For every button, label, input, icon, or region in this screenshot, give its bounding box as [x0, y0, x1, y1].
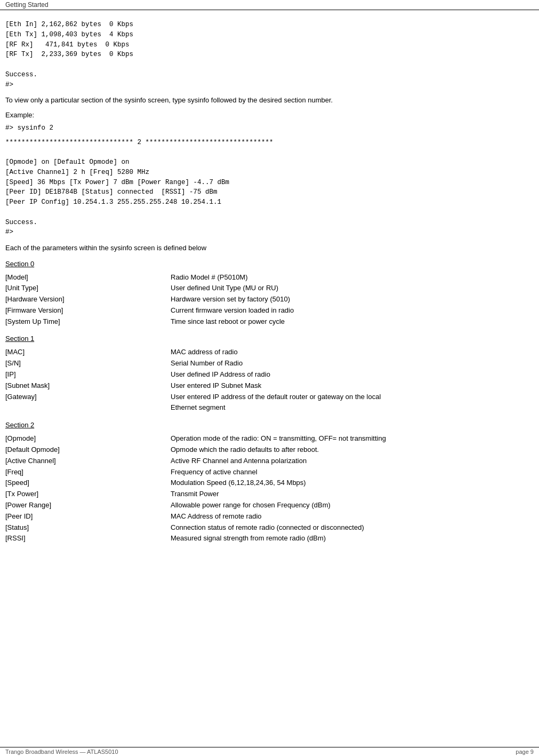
- table-row: [Unit Type]User defined Unit Type (MU or…: [5, 283, 534, 294]
- page-header: Getting Started: [0, 0, 539, 10]
- table-row: [Power Range]Allowable power range for c…: [5, 500, 534, 511]
- table-row: [System Up Time]Time since last reboot o…: [5, 316, 534, 328]
- row-value: Current firmware version loaded in radio: [171, 305, 534, 316]
- header-title: Getting Started: [5, 1, 49, 9]
- code-block-2: #> sysinfo 2: [5, 123, 534, 133]
- footer-left: Trango Broadband Wireless — ATLAS5010: [5, 749, 118, 755]
- section1-heading: Section 1: [5, 335, 534, 343]
- table-row: [Subnet Mask]User entered IP Subnet Mask: [5, 380, 534, 392]
- table-row: [Peer ID]MAC Address of remote radio: [5, 511, 534, 522]
- row-value: User entered IP Subnet Mask: [171, 380, 534, 392]
- row-value: User entered IP address of the default r…: [171, 392, 534, 414]
- table-row: [Tx Power]Transmit Power: [5, 489, 534, 500]
- row-key: [Model]: [5, 272, 171, 283]
- page-footer: Trango Broadband Wireless — ATLAS5010 pa…: [0, 747, 539, 756]
- row-value: Serial Number of Radio: [171, 358, 534, 369]
- main-content: [Eth In] 2,162,862 bytes 0 Kbps [Eth Tx]…: [0, 10, 539, 568]
- table-row: [Freq]Frequency of active channel: [5, 467, 534, 478]
- row-value: Frequency of active channel: [171, 467, 534, 478]
- row-key: [Active Channel]: [5, 456, 171, 467]
- row-value: User defined IP Address of radio: [171, 369, 534, 380]
- table-row: [Hardware Version]Hardware version set b…: [5, 294, 534, 305]
- table-row: [Speed]Modulation Speed (6,12,18,24,36, …: [5, 478, 534, 489]
- row-key: [System Up Time]: [5, 316, 171, 328]
- row-value: Radio Model # (P5010M): [171, 272, 534, 283]
- row-key: [Tx Power]: [5, 489, 171, 500]
- row-value: Active RF Channel and Antenna polarizati…: [171, 456, 534, 467]
- row-value: Operation mode of the radio: ON = transm…: [171, 433, 534, 444]
- row-value: MAC Address of remote radio: [171, 511, 534, 522]
- row-key: [Hardware Version]: [5, 294, 171, 305]
- row-key: [Peer ID]: [5, 511, 171, 522]
- table-row: [Firmware Version]Current firmware versi…: [5, 305, 534, 316]
- row-value: Hardware version set by factory (5010): [171, 294, 534, 305]
- table-row: [Model]Radio Model # (P5010M): [5, 272, 534, 283]
- paragraph-2: Each of the parameters within the sysinf…: [5, 243, 534, 253]
- row-key: [Status]: [5, 522, 171, 534]
- section0-heading: Section 0: [5, 260, 534, 268]
- row-value: Measured signal strength from remote rad…: [171, 533, 534, 544]
- code-block-1: [Eth In] 2,162,862 bytes 0 Kbps [Eth Tx]…: [5, 20, 534, 90]
- row-key: [IP]: [5, 369, 171, 380]
- row-key: [S/N]: [5, 358, 171, 369]
- table-row: [Default Opmode]Opmode which the radio d…: [5, 444, 534, 456]
- table-row: [Status]Connection status of remote radi…: [5, 522, 534, 534]
- row-key: [RSSI]: [5, 533, 171, 544]
- section1-table: [MAC]MAC address of radio[S/N]Serial Num…: [5, 347, 534, 413]
- row-value: Connection status of remote radio (conne…: [171, 522, 534, 534]
- footer-right: page 9: [516, 749, 534, 755]
- row-key: [Subnet Mask]: [5, 380, 171, 392]
- table-row: [MAC]MAC address of radio: [5, 347, 534, 358]
- row-value: Opmode which the radio defaults to after…: [171, 444, 534, 456]
- row-key: [Opmode]: [5, 433, 171, 444]
- section2-heading: Section 2: [5, 421, 534, 429]
- row-value: User defined Unit Type (MU or RU): [171, 283, 534, 294]
- row-key: [Firmware Version]: [5, 305, 171, 316]
- section2-table: [Opmode]Operation mode of the radio: ON …: [5, 433, 534, 544]
- row-key: [Power Range]: [5, 500, 171, 511]
- example-label: Example:: [5, 111, 534, 119]
- table-row: [IP]User defined IP Address of radio: [5, 369, 534, 380]
- table-row: [Active Channel]Active RF Channel and An…: [5, 456, 534, 467]
- row-key: [Unit Type]: [5, 283, 171, 294]
- row-key: [Speed]: [5, 478, 171, 489]
- row-value: Modulation Speed (6,12,18,24,36, 54 Mbps…: [171, 478, 534, 489]
- row-key: [Freq]: [5, 467, 171, 478]
- row-value: MAC address of radio: [171, 347, 534, 358]
- code-block-3: ******************************** 2 *****…: [5, 138, 534, 238]
- row-value: Allowable power range for chosen Frequen…: [171, 500, 534, 511]
- row-key: [Gateway]: [5, 392, 171, 414]
- row-value: Time since last reboot or power cycle: [171, 316, 534, 328]
- table-row: [S/N]Serial Number of Radio: [5, 358, 534, 369]
- table-row: [Opmode]Operation mode of the radio: ON …: [5, 433, 534, 444]
- section0-table: [Model]Radio Model # (P5010M)[Unit Type]…: [5, 272, 534, 328]
- row-key: [Default Opmode]: [5, 444, 171, 456]
- table-row: [Gateway]User entered IP address of the …: [5, 392, 534, 414]
- row-key: [MAC]: [5, 347, 171, 358]
- row-value: Transmit Power: [171, 489, 534, 500]
- paragraph-1: To view only a particular section of the…: [5, 95, 534, 106]
- table-row: [RSSI]Measured signal strength from remo…: [5, 533, 534, 544]
